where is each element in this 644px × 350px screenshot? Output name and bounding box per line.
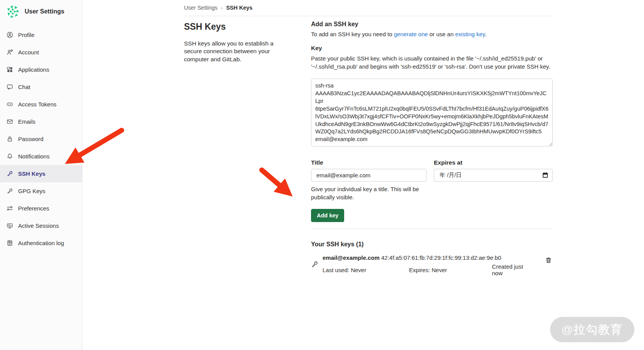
sidebar-item-gpg-keys[interactable]: GPG Keys: [0, 182, 82, 200]
sidebar-header: User Settings: [0, 0, 82, 23]
breadcrumb-parent[interactable]: User Settings: [184, 5, 217, 11]
sidebar-item-notifications[interactable]: Notifications: [0, 148, 82, 165]
sidebar-item-label: Notifications: [18, 153, 50, 160]
sidebar-item-chat[interactable]: Chat: [0, 78, 82, 96]
sidebar-item-label: GPG Keys: [18, 188, 45, 194]
ssh-key-textarea[interactable]: ssh-rsa AAAAB3NzaC1yc2EAAAADAQABAAABAQDl…: [311, 79, 553, 146]
sidebar-item-label: Account: [18, 49, 39, 56]
applications-icon: [6, 66, 13, 73]
title-field-label: Title: [311, 159, 427, 166]
intro-text: or use an: [428, 31, 455, 37]
sidebar-item-label: Applications: [18, 66, 49, 73]
breadcrumb-separator-icon: ›: [221, 5, 222, 11]
generate-one-link[interactable]: generate one: [394, 31, 428, 37]
section-divider: [311, 229, 553, 229]
your-ssh-keys-heading: Your SSH keys (1): [311, 241, 553, 248]
key-expires: Expires: Never: [409, 267, 492, 273]
add-ssh-key-intro: To add an SSH key you need to generate o…: [311, 30, 553, 38]
sidebar-item-label: SSH Keys: [18, 170, 45, 177]
trash-icon: [545, 257, 552, 264]
sliders-icon: [6, 205, 13, 212]
section-description-column: SSH Keys SSH keys allow you to establish…: [184, 21, 296, 276]
sidebar-item-label: Password: [18, 136, 43, 142]
sidebar-item-account[interactable]: Account: [0, 44, 82, 61]
breadcrumb-current: SSH Keys: [226, 5, 253, 11]
user-settings-page: User Settings Profile Account Applicatio…: [0, 0, 644, 350]
calendar-icon[interactable]: [542, 172, 549, 178]
key-field-help: Paste your public SSH key, which is usua…: [311, 54, 553, 71]
intro-text: To add an SSH key you need to: [311, 31, 394, 37]
bell-icon: [6, 153, 13, 160]
sidebar-item-label: Profile: [18, 32, 35, 38]
key-created: Created just now: [492, 263, 534, 276]
page-description: SSH keys allow you to establish a secure…: [184, 40, 285, 63]
sidebar-item-applications[interactable]: Applications: [0, 61, 82, 78]
key-meta-row: Last used: Never Expires: Never Created …: [323, 263, 534, 276]
sidebar-nav: Profile Account Applications Chat Access…: [0, 26, 82, 252]
profile-icon: [6, 32, 13, 39]
watermark-badge: @拉勾教育: [550, 317, 634, 342]
emails-icon: [6, 118, 13, 125]
user-avatar[interactable]: [5, 4, 20, 19]
sidebar-item-active-sessions[interactable]: Active Sessions: [0, 217, 82, 234]
sidebar-item-profile[interactable]: Profile: [0, 26, 82, 44]
sidebar-item-preferences[interactable]: Preferences: [0, 200, 82, 217]
sidebar-title: User Settings: [25, 8, 64, 15]
key-title-row: email@example.com 42:4f:a5:07:61:fb:7d:2…: [323, 254, 534, 261]
sidebar-item-label: Authentication log: [18, 240, 64, 246]
sidebar-item-label: Active Sessions: [18, 222, 59, 229]
ssh-key-list-item: email@example.com 42:4f:a5:07:61:fb:7d:2…: [311, 254, 553, 276]
sidebar-item-ssh-keys[interactable]: SSH Keys: [0, 165, 82, 182]
date-placeholder: 年 /月/日: [440, 172, 462, 179]
sidebar-item-label: Preferences: [18, 205, 49, 212]
add-ssh-key-heading: Add an SSH key: [311, 21, 553, 28]
main-area: User Settings › SSH Keys SSH Keys SSH ke…: [82, 0, 644, 350]
lock-icon: [6, 136, 13, 143]
key-icon: [6, 188, 13, 195]
existing-key-link[interactable]: existing key: [455, 31, 485, 37]
expires-field-label: Expires at: [434, 159, 553, 166]
key-last-used: Last used: Never: [323, 267, 409, 273]
key-fingerprint: 42:4f:a5:07:61:fb:7d:29:1f:fc:99:13:d2:a…: [381, 254, 501, 261]
sidebar-item-authentication-log[interactable]: Authentication log: [0, 234, 82, 252]
expires-date-input[interactable]: 年 /月/日: [434, 169, 553, 182]
key-icon: [6, 170, 13, 177]
sidebar-item-access-tokens[interactable]: Access Tokens: [0, 96, 82, 113]
add-key-button[interactable]: Add key: [311, 209, 344, 222]
sidebar-item-emails[interactable]: Emails: [0, 113, 82, 130]
settings-sidebar: User Settings Profile Account Applicatio…: [0, 0, 82, 350]
sidebar-item-label: Access Tokens: [18, 101, 57, 108]
key-field-label: Key: [311, 45, 553, 52]
chat-icon: [6, 84, 13, 91]
sidebar-item-password[interactable]: Password: [0, 130, 82, 148]
key-title: email@example.com: [323, 254, 380, 261]
sidebar-item-label: Emails: [18, 118, 35, 125]
ssh-key-form-column: Add an SSH key To add an SSH key you nee…: [311, 21, 553, 276]
page-title: SSH Keys: [184, 22, 296, 32]
sidebar-item-label: Chat: [18, 84, 30, 90]
breadcrumb: User Settings › SSH Keys: [184, 0, 553, 11]
log-icon: [6, 240, 13, 247]
monitor-icon: [6, 222, 13, 229]
key-icon: [311, 261, 318, 268]
key-title-input[interactable]: [311, 169, 427, 182]
title-field-help: Give your individual key a title. This w…: [311, 185, 430, 201]
account-icon: [6, 49, 13, 56]
access-tokens-icon: [6, 101, 13, 108]
delete-key-button[interactable]: [544, 256, 553, 264]
watermark-text: @拉勾教育: [562, 322, 623, 338]
intro-text: .: [485, 31, 487, 37]
